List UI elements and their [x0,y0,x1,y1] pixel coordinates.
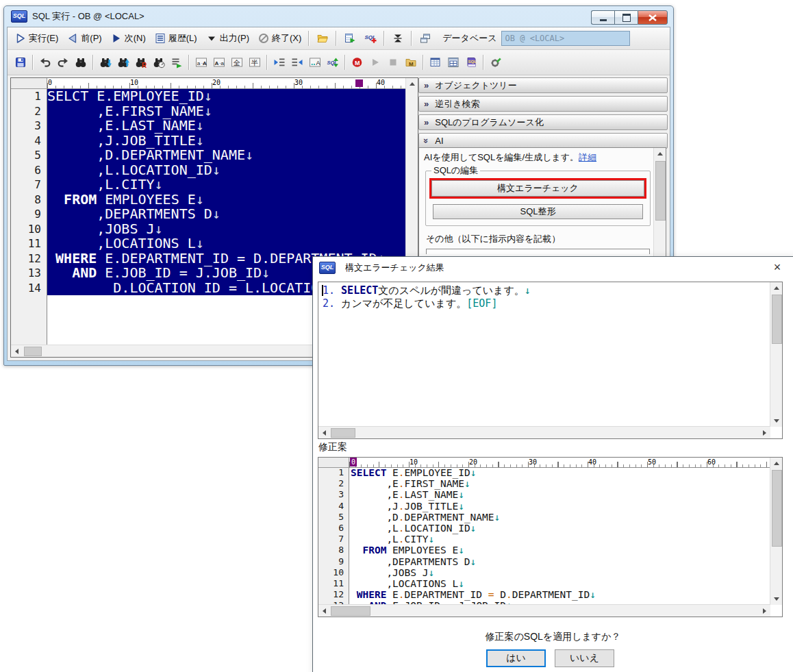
code-line: ,L.CITY↓ [351,534,770,545]
prev-icon [66,32,79,45]
case-upper-button[interactable]: a→A [193,55,210,70]
line-number: 7 [318,534,349,545]
macro-record-button[interactable]: M [349,55,366,70]
result-grid-button[interactable] [445,55,462,70]
minimize-button[interactable] [591,10,614,25]
window-title: SQL 実行 - OB @ <LOCAL> [32,10,144,23]
macro-stop-icon [387,56,399,69]
scroll-down-button[interactable] [770,415,782,427]
scroll-thumb[interactable] [772,295,782,344]
proposal-text-area[interactable]: SELECT E.EMPLOYEE_ID↓ ,E.FIRST_NAME↓ ,E.… [349,467,770,605]
code-line: ,D.DEPARTMENT_NAME↓ [351,512,770,523]
section-header-reverse-search[interactable]: »逆引き検索 [418,96,668,112]
toolbar-separator [483,55,484,70]
syntax-check-dialog: SQL 構文エラーチェック結果 × 1. SELECT文のスペルが間違っています… [312,256,793,672]
next-button[interactable]: 次(N) [107,31,149,46]
no-button[interactable]: いいえ [555,649,614,667]
scroll-left-button[interactable] [318,605,330,617]
case-lower-button[interactable]: A→a [211,55,227,70]
scroll-thumb[interactable] [331,428,355,438]
line-number: 12 [11,251,47,266]
space-visible-button[interactable]: A [307,55,323,70]
replace-button[interactable]: R [133,55,149,70]
open-file-button[interactable] [313,31,332,46]
editor-ruler: 010203040 [47,78,406,89]
proposal-vscrollbar[interactable] [770,458,782,605]
code-line: ,E.LAST_NAME↓ [351,489,770,500]
indent-icon [273,56,286,69]
dialog-titlebar[interactable]: SQL 構文エラーチェック結果 × [313,257,793,278]
sql-format-button[interactable]: SQL整形 [433,204,643,219]
results-vscrollbar[interactable] [770,282,782,427]
titlebar[interactable]: SQL SQL 実行 - OB @ <LOCAL> [4,6,673,27]
grep-button[interactable] [168,55,185,70]
find-all-button[interactable] [151,55,167,70]
svg-text:全: 全 [233,59,240,66]
scroll-thumb[interactable] [772,470,782,547]
maximize-button[interactable] [614,10,638,25]
line-number: 10 [11,222,47,237]
window-button[interactable] [416,31,435,46]
undo-button[interactable] [37,55,53,70]
section-header-object-tree[interactable]: »オブジェクトツリー [418,77,668,93]
scroll-right-button[interactable] [759,605,770,617]
scroll-up-button[interactable] [770,282,782,294]
scroll-up-button[interactable] [770,458,782,469]
scroll-thumb[interactable] [24,347,42,356]
scroll-up-button[interactable] [654,148,666,160]
outdent-button[interactable] [289,55,305,70]
section-header-sql-to-source[interactable]: »SQLのプログラムソース化 [418,114,668,130]
zenkaku-button[interactable]: 全 [229,55,245,70]
arrow-left-icon [320,430,326,436]
hankaku-button[interactable]: 半 [247,55,263,70]
scroll-right-button[interactable] [759,427,770,438]
macro-open-button[interactable]: M [403,55,419,70]
find-next-button[interactable] [97,55,114,70]
settings-icon [490,56,502,69]
history-button[interactable]: 履歴(L) [151,31,201,46]
database-combobox[interactable]: OB @ <LOCAL> [501,31,630,46]
prev-button[interactable]: 前(P) [63,31,105,46]
proposal-hscrollbar[interactable] [318,604,770,617]
save-button[interactable] [12,55,29,70]
table-view-button[interactable] [427,55,444,70]
scroll-thumb[interactable] [331,606,370,616]
output-button[interactable]: 出力(P) [202,31,253,46]
proposal-editor[interactable]: 0102030405060 12345678910111213 SELECT E… [318,457,783,617]
error-results-box[interactable]: 1. SELECT文のスペルが間違っています。↓2. カンマが不足しています。[… [318,282,783,439]
find-button[interactable] [73,55,89,70]
macro-play-button[interactable] [367,55,383,70]
table-run-button[interactable] [340,31,360,46]
line-number: 1 [11,89,47,104]
macro-stop-button[interactable] [385,55,401,70]
dialog-close-button[interactable]: × [764,258,790,277]
close-button[interactable] [638,10,668,25]
indent-button[interactable] [271,55,288,70]
scroll-left-button[interactable] [11,345,23,357]
scroll-left-button[interactable] [318,427,330,438]
find-prev-button[interactable] [115,55,131,70]
sql-reference-button[interactable]: SQL [463,55,479,70]
scroll-thumb[interactable] [655,161,666,221]
settings-button[interactable] [488,55,504,70]
detail-link[interactable]: 詳細 [579,152,596,162]
scroll-up-button[interactable] [406,78,418,90]
new-sql-button[interactable]: SQL [361,31,380,46]
collapse-button[interactable] [388,31,407,46]
svg-text:M: M [355,60,360,66]
section-header-ai[interactable]: »AI [418,133,668,149]
yes-button[interactable]: はい [486,649,546,667]
ai-other-label: その他（以下に指示内容を記載） [426,233,651,245]
sql-format-button[interactable]: SQL [325,55,341,70]
scroll-down-button[interactable] [770,593,782,605]
syntax-check-button[interactable]: 構文エラーチェック [431,180,644,197]
replace-icon: R [135,56,147,69]
results-hscrollbar[interactable] [318,426,770,438]
arrow-left-icon [320,608,326,614]
ai-instruction-textarea[interactable] [426,249,650,254]
exit-button[interactable]: 終了(X) [254,31,305,46]
chevron-icon: » [422,138,431,143]
arrow-up-icon [657,149,663,155]
redo-button[interactable] [55,55,71,70]
run-button[interactable]: 実行(E) [11,31,62,46]
